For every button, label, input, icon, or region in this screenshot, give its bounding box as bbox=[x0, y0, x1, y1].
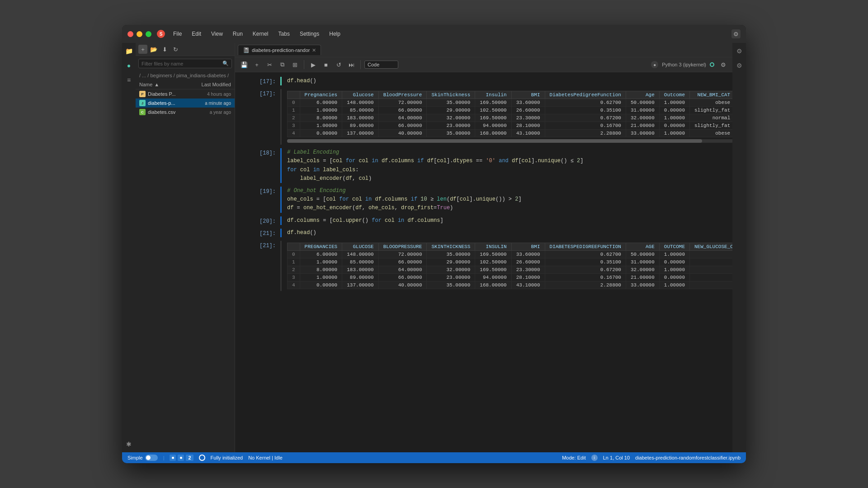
notebook-area: 📓 diabetes-prediction-randor ✕ 💾 + ✂ ⧉ ⊞… bbox=[235, 43, 732, 452]
copy-button[interactable]: ⧉ bbox=[277, 59, 288, 70]
statusbar: Simple | ■ ■ 2 Fully initialized No Kern… bbox=[122, 452, 746, 463]
search-icon: 🔍 bbox=[222, 61, 229, 66]
th2-age: AGE bbox=[626, 243, 659, 250]
cursor-area: ■ ■ 2 bbox=[170, 455, 193, 461]
cell-20-code[interactable]: df.columns = [col.upper() for col in df.… bbox=[287, 216, 723, 225]
table-row: 11.0000085.0000066.0000029.00000102.5000… bbox=[288, 107, 733, 114]
menu-settings[interactable]: Settings bbox=[295, 29, 324, 39]
cell-19-label: [19]: bbox=[244, 187, 280, 213]
th-dpf: DiabetesPedigreeFunction bbox=[545, 91, 626, 99]
tab-close-button[interactable]: ✕ bbox=[312, 47, 316, 53]
output-table2-scroll[interactable]: PREGNANCIES GLUCOSE BLOODPRESSURE SKINTH… bbox=[287, 241, 732, 291]
file-panel: + 📂 ⬇ ↻ 🔍 / ... / beginners / pima_india… bbox=[136, 43, 235, 452]
th2-preg: PREGNANCIES bbox=[300, 243, 342, 250]
add-cell-button[interactable]: + bbox=[251, 59, 262, 70]
sidebar-circle-icon[interactable]: ● bbox=[124, 61, 133, 70]
new-file-button[interactable]: + bbox=[138, 45, 147, 54]
cell-17-output: [17]: Pregnancies Glucose BloodPressure bbox=[244, 89, 723, 145]
cell-21-code[interactable]: df.head() bbox=[287, 229, 723, 237]
notebook-toolbar: 💾 + ✂ ⧉ ⊞ ▶ ■ ↺ ⏭ Code Markdown Raw ● Py bbox=[235, 57, 732, 72]
cell-code[interactable]: df.head() bbox=[287, 77, 723, 85]
list-item[interactable]: J diabetes-p... a minute ago bbox=[136, 99, 235, 108]
cut-button[interactable]: ✂ bbox=[264, 59, 275, 70]
col-name-header[interactable]: Name ▲ bbox=[139, 82, 190, 87]
th2-newglucose: NEW_GLUCOSE_CAT bbox=[690, 243, 732, 250]
mode-toggle-switch[interactable] bbox=[145, 455, 158, 461]
fast-forward-button[interactable]: ⏭ bbox=[346, 59, 357, 70]
th2-glucose: GLUCOSE bbox=[342, 243, 378, 250]
cell-20: [20]: df.columns = [col.upper() for col … bbox=[244, 216, 723, 225]
table-row: 40.00000137.0000040.0000035.00000168.000… bbox=[288, 130, 733, 137]
minimize-button[interactable] bbox=[137, 31, 142, 37]
kernel-label: Python 3 (ipykernel) bbox=[662, 62, 706, 67]
th2-bp: BLOODPRESSURE bbox=[378, 243, 427, 250]
menu-file[interactable]: File bbox=[169, 29, 186, 39]
sidebar-gear-icon[interactable]: ✱ bbox=[124, 440, 133, 449]
th-newbmi: NEW_BMI_CAT bbox=[690, 91, 732, 99]
cell-19: [19]: # One_hot Encoding ohe_cols = [col… bbox=[244, 187, 723, 213]
ipynb-file-icon: J bbox=[139, 100, 146, 106]
cell-19-code[interactable]: # One_hot Encoding ohe_cols = [col for c… bbox=[287, 187, 723, 213]
th-bloodpressure: BloodPressure bbox=[378, 91, 427, 99]
table-scrollbar[interactable] bbox=[287, 139, 732, 143]
right-gear2-icon[interactable]: ⚙ bbox=[735, 61, 744, 70]
table-row: 11.0000085.0000066.0000029.00000102.5000… bbox=[288, 258, 733, 266]
right-settings-icon[interactable]: ⚙ bbox=[735, 47, 744, 56]
spyder-logo: S bbox=[157, 30, 165, 38]
settings-icon[interactable]: ⚙ bbox=[731, 29, 741, 38]
menu-help[interactable]: Help bbox=[325, 29, 345, 39]
download-button[interactable]: ⬇ bbox=[160, 45, 169, 54]
menu-run[interactable]: Run bbox=[228, 29, 247, 39]
info-icon: i bbox=[591, 455, 598, 461]
output-table-scroll[interactable]: Pregnancies Glucose BloodPressure SkinTh… bbox=[287, 89, 732, 145]
status-circle-icon bbox=[199, 455, 205, 461]
cell-type-select[interactable]: Code Markdown Raw bbox=[364, 61, 398, 69]
th2-dpf: DIABETESPEDIGREEFUNCTION bbox=[545, 243, 626, 250]
refresh-button[interactable]: ↻ bbox=[171, 45, 180, 54]
cell-18-body[interactable]: # Label Encoding label_cols = [col for c… bbox=[280, 148, 723, 183]
notebook-tab[interactable]: 📓 diabetes-prediction-randor ✕ bbox=[238, 45, 321, 55]
maximize-button[interactable] bbox=[146, 31, 151, 37]
cell-17-input: [17]: df.head() bbox=[244, 77, 723, 85]
menu-view[interactable]: View bbox=[207, 29, 227, 39]
run-button[interactable]: ▶ bbox=[308, 59, 319, 70]
cell-18-code[interactable]: # Label Encoding label_cols = [col for c… bbox=[287, 148, 723, 183]
kernel-status-circle bbox=[710, 62, 714, 67]
paste-button[interactable]: ⊞ bbox=[289, 59, 300, 70]
settings-gear-button[interactable]: ⚙ bbox=[718, 59, 729, 70]
cell-21-out-label: [21]: bbox=[244, 241, 280, 291]
cell-20-body[interactable]: df.columns = [col.upper() for col in df.… bbox=[280, 216, 723, 225]
table-row: 06.00000148.0000072.0000035.00000169.500… bbox=[288, 250, 733, 258]
table-row: 28.00000183.0000064.0000032.00000169.500… bbox=[288, 266, 733, 273]
open-folder-button[interactable]: 📂 bbox=[149, 45, 158, 54]
sidebar-menu-icon[interactable]: ≡ bbox=[124, 75, 133, 84]
search-input[interactable] bbox=[142, 61, 222, 66]
list-item[interactable]: P Diabetes P... 4 hours ago bbox=[136, 89, 235, 99]
notebook-content[interactable]: [17]: df.head() [17]: bbox=[235, 72, 732, 452]
cell-21-body[interactable]: df.head() bbox=[280, 229, 723, 237]
restart-button[interactable]: ↺ bbox=[333, 59, 344, 70]
close-button[interactable] bbox=[127, 31, 133, 37]
cell-21-input: [21]: df.head() bbox=[244, 229, 723, 237]
kernel-initialized-label: Fully initialized bbox=[211, 455, 243, 460]
cell-input-body[interactable]: df.head() bbox=[280, 77, 723, 85]
list-item[interactable]: C diabetes.csv a year ago bbox=[136, 108, 235, 117]
cell-19-body[interactable]: # One_hot Encoding ohe_cols = [col for c… bbox=[280, 187, 723, 213]
menu-tabs[interactable]: Tabs bbox=[274, 29, 294, 39]
col-modified-header[interactable]: Last Modified bbox=[190, 82, 231, 87]
cell-21-label: [21]: bbox=[244, 229, 280, 237]
table-row: 40.00000137.0000040.0000035.00000168.000… bbox=[288, 281, 733, 289]
kernel-status-area: ● Python 3 (ipykernel) bbox=[651, 61, 714, 68]
status-sep1: | bbox=[163, 455, 165, 460]
cell-18: [18]: # Label Encoding label_cols = [col… bbox=[244, 148, 723, 183]
stop-button[interactable]: ■ bbox=[321, 59, 331, 70]
menu-kernel[interactable]: Kernel bbox=[248, 29, 273, 39]
cursor-icon2: ■ bbox=[178, 455, 184, 461]
py-file-icon: P bbox=[139, 91, 146, 97]
sidebar-folder-icon[interactable]: 📁 bbox=[124, 47, 133, 56]
th2-skin: SKINTHICKNESS bbox=[427, 243, 475, 250]
th-pregnancies: Pregnancies bbox=[300, 91, 342, 99]
save-button[interactable]: 💾 bbox=[239, 59, 250, 70]
menu-edit[interactable]: Edit bbox=[187, 29, 206, 39]
simple-label: Simple bbox=[127, 455, 143, 460]
